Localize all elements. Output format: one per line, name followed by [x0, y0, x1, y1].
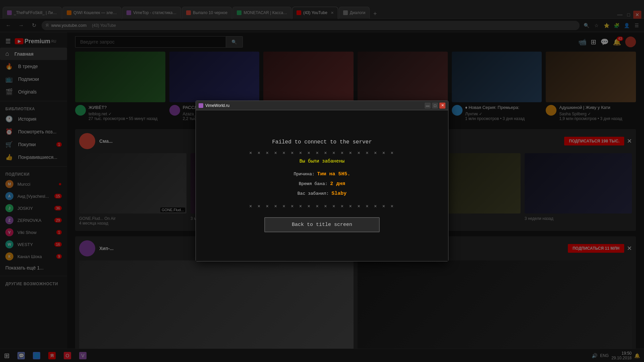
- modal-title: VimeWorld.ru: [205, 103, 425, 108]
- ban-time-label: Время бана:: [299, 181, 330, 186]
- modal-minimize-button[interactable]: —: [425, 103, 431, 109]
- fail-message: Failed to connect to the server: [272, 139, 372, 145]
- ban-details: Причина: Тим на 5Н5. Время бана: 2 дня В…: [293, 169, 350, 198]
- x-divider-bottom: × × × × × × × × × × × × × × × × × ×: [249, 204, 395, 209]
- modal-icon: [199, 103, 203, 108]
- modal-window-buttons: — □ ✕: [425, 103, 445, 109]
- modal-overlay: VimeWorld.ru — □ ✕ Failed to connect to …: [0, 0, 644, 362]
- ban-reason-label: Причина:: [293, 172, 317, 177]
- ban-reason-value: Тим на 5Н5.: [317, 171, 351, 177]
- back-to-title-button[interactable]: Back to title screen: [264, 217, 380, 232]
- ban-reason-row: Причина: Тим на 5Н5.: [293, 169, 350, 179]
- x-divider-top: × × × × × × × × × × × × × × × × × ×: [249, 150, 395, 156]
- modal-maximize-button[interactable]: □: [432, 103, 438, 109]
- ban-time-value: 2 дня: [330, 181, 345, 187]
- ban-by-value: Slaby: [331, 191, 346, 196]
- ban-time-row: Время бана: 2 дня: [293, 179, 350, 189]
- ban-by-row: Вас забанил: Slaby: [293, 189, 350, 198]
- modal-close-button[interactable]: ✕: [439, 103, 445, 109]
- modal-titlebar: VimeWorld.ru — □ ✕: [196, 101, 448, 110]
- ban-by-label: Вас забанил:: [298, 191, 331, 196]
- modal-body: Failed to connect to the server × × × × …: [196, 110, 448, 261]
- modal-window: VimeWorld.ru — □ ✕ Failed to connect to …: [196, 101, 448, 261]
- ban-message: Вы были забанены: [300, 159, 344, 164]
